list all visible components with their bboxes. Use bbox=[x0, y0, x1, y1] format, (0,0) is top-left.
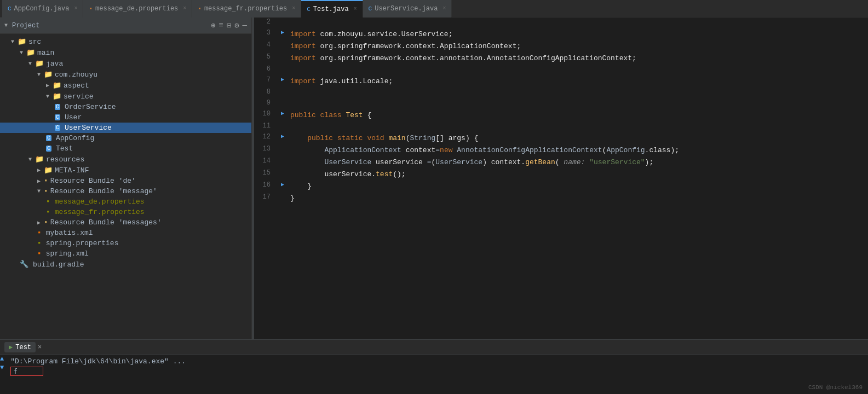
folder-icon-meta-inf: 📁 bbox=[44, 166, 53, 175]
tab-appconfig[interactable]: C AppConfig.java × bbox=[2, 0, 83, 18]
folder-icon-service: 📁 bbox=[53, 92, 61, 101]
code-line-2: 2 bbox=[254, 18, 868, 28]
props-icon-message-de: ▪ bbox=[46, 198, 50, 206]
tree-item-message-fr[interactable]: ▪ message_fr.properties bbox=[0, 207, 251, 217]
code-line-15: 15 userService.test(); bbox=[254, 169, 868, 181]
tab-close-message-fr[interactable]: × bbox=[292, 5, 295, 11]
run-tab[interactable]: ▶ Test bbox=[4, 342, 36, 352]
tree-item-aspect[interactable]: ▶ 📁 aspect bbox=[0, 80, 251, 91]
xml-icon-mybatis: ▪ bbox=[37, 229, 42, 237]
gradle-icon: 🔧 bbox=[20, 260, 28, 269]
scroll-down-button[interactable]: ▼ bbox=[0, 364, 4, 372]
props-file-icon-2: ▪ bbox=[198, 5, 202, 12]
tree-item-test[interactable]: C Test bbox=[0, 143, 251, 154]
scroll-up-button[interactable]: ▲ bbox=[0, 355, 4, 363]
tree-item-user[interactable]: C User bbox=[0, 112, 251, 123]
class-icon-appconfig: C bbox=[46, 135, 51, 141]
tree-item-meta-inf[interactable]: ▶ 📁 META-INF bbox=[0, 165, 251, 176]
code-editor: 2 3 ▶ import com.zhouyu.service.UserServ… bbox=[254, 18, 868, 339]
run-tab-label: Test bbox=[15, 344, 31, 351]
tree-item-java[interactable]: ▼ 📁 java bbox=[0, 58, 251, 69]
bottom-content-row: ▲ ▼ "D:\Program File\jdk\64\bin\java.exe… bbox=[0, 355, 868, 394]
tab-message-fr[interactable]: ▪ message_fr.properties × bbox=[192, 0, 301, 18]
code-line-14: 14 UserService userService =(UserService… bbox=[254, 157, 868, 169]
project-sidebar: ▼ Project ⊕ ≡ ⊟ ⚙ — ▼ 📁 src ▼ 📁 main bbox=[0, 18, 252, 339]
console-output: "D:\Program File\jdk\64\bin\java.exe" ..… bbox=[6, 355, 868, 394]
tree-item-orderservice[interactable]: C OrderService bbox=[0, 102, 251, 112]
tab-test[interactable]: C Test.java × bbox=[301, 0, 363, 18]
bundle-icon-message: ▪ bbox=[44, 187, 48, 195]
code-line-7: 7 ▶ import java.util.Locale; bbox=[254, 76, 868, 88]
tab-close-appconfig[interactable]: × bbox=[74, 5, 77, 11]
code-line-9: 9 bbox=[254, 99, 868, 109]
run-tab-icon: ▶ bbox=[9, 343, 13, 351]
folder-icon-resources: 📁 bbox=[35, 155, 44, 164]
code-line-4: 4 import org.springframework.context.App… bbox=[254, 40, 868, 53]
tree-item-main[interactable]: ▼ 📁 main bbox=[0, 47, 251, 58]
tree-item-resources[interactable]: ▼ 📁 resources bbox=[0, 154, 251, 165]
tab-close-test[interactable]: × bbox=[354, 6, 357, 12]
bottom-panel: ▶ Test × ▲ ▼ "D:\Program File\jdk\64\bin… bbox=[0, 339, 868, 394]
folder-icon-com-zhouyu: 📁 bbox=[44, 70, 53, 79]
tree-item-spring-props[interactable]: ▪ spring.properties bbox=[0, 238, 251, 248]
project-caret: ▼ bbox=[4, 22, 8, 28]
tree-item-userservice[interactable]: C UserService bbox=[0, 123, 251, 133]
tree-item-mybatis[interactable]: ▪ mybatis.xml bbox=[0, 228, 251, 238]
userservice-file-icon: C bbox=[369, 5, 372, 12]
props-icon-message-fr: ▪ bbox=[46, 208, 50, 216]
xml-icon-spring: ▪ bbox=[37, 250, 42, 258]
java-file-icon: C bbox=[8, 5, 12, 12]
tab-close-userservice[interactable]: × bbox=[442, 5, 446, 11]
class-icon-test: C bbox=[46, 146, 51, 152]
settings-icon[interactable]: ⚙ bbox=[234, 21, 239, 30]
tree-item-bundle-message[interactable]: ▼ ▪ Resource Bundle 'message' bbox=[0, 186, 251, 196]
tree-item-spring-xml[interactable]: ▪ spring.xml bbox=[0, 248, 251, 259]
tree-item-bundle-de[interactable]: ▶ ▪ Resource Bundle 'de' bbox=[0, 176, 251, 186]
tab-message-de[interactable]: ▪ message_de.properties × bbox=[83, 0, 192, 18]
close-run-tab[interactable]: × bbox=[38, 344, 42, 351]
project-tree: ▼ 📁 src ▼ 📁 main ▼ 📁 java ▼ 📁 com.zhouyu bbox=[0, 34, 251, 339]
code-area[interactable]: 2 3 ▶ import com.zhouyu.service.UserServ… bbox=[254, 18, 868, 339]
bundle-icon-messages: ▪ bbox=[44, 218, 48, 227]
folder-icon-java: 📁 bbox=[35, 59, 44, 68]
tab-bar: C AppConfig.java × ▪ message_de.properti… bbox=[0, 0, 868, 18]
props-icon-spring: ▪ bbox=[37, 239, 42, 247]
bundle-icon-de: ▪ bbox=[44, 177, 48, 185]
tree-item-src[interactable]: ▼ 📁 src bbox=[0, 36, 251, 47]
tree-item-build-gradle[interactable]: 🔧 build.gradle bbox=[0, 259, 251, 270]
run-command-text: "D:\Program File\jdk\64\bin\java.exe" ..… bbox=[10, 357, 186, 366]
watermark: CSDN @nickel369 bbox=[808, 384, 863, 391]
folder-icon-aspect: 📁 bbox=[53, 81, 61, 90]
tree-item-message-de[interactable]: ▪ message_de.properties bbox=[0, 196, 251, 207]
console-input[interactable] bbox=[10, 367, 43, 376]
folder-icon-main: 📁 bbox=[26, 48, 35, 57]
tab-userservice[interactable]: C UserService.java × bbox=[363, 0, 452, 18]
tree-item-bundle-messages[interactable]: ▶ ▪ Resource Bundle 'messages' bbox=[0, 217, 251, 228]
locate-file-icon[interactable]: ⊕ bbox=[211, 21, 215, 30]
code-line-3: 3 ▶ import com.zhouyu.service.UserServic… bbox=[254, 28, 868, 40]
props-file-icon: ▪ bbox=[89, 5, 93, 12]
minimize-sidebar-icon[interactable]: — bbox=[243, 21, 247, 30]
tab-close-message-de[interactable]: × bbox=[183, 5, 186, 11]
run-command-line: "D:\Program File\jdk\64\bin\java.exe" ..… bbox=[10, 357, 864, 366]
expand-icon[interactable]: ⊟ bbox=[227, 21, 231, 30]
class-icon-userservice: C bbox=[55, 125, 60, 131]
console-input-line bbox=[10, 367, 864, 376]
test-file-icon: C bbox=[307, 6, 311, 13]
collapse-all-icon[interactable]: ≡ bbox=[219, 21, 223, 30]
run-arrows: ▲ ▼ bbox=[0, 355, 6, 394]
code-line-17: 17 } bbox=[254, 193, 868, 205]
code-line-11: 11 bbox=[254, 121, 868, 132]
sidebar-actions: ⊕ ≡ ⊟ ⚙ — bbox=[211, 21, 247, 30]
folder-icon-src: 📁 bbox=[18, 37, 26, 46]
tree-item-com-zhouyu[interactable]: ▼ 📁 com.zhouyu bbox=[0, 69, 251, 80]
sidebar-header: ▼ Project ⊕ ≡ ⊟ ⚙ — bbox=[0, 18, 251, 34]
code-line-13: 13 ApplicationContext context=new Annota… bbox=[254, 144, 868, 157]
sidebar-title: Project bbox=[12, 22, 208, 30]
tree-item-appconfig[interactable]: C AppConfig bbox=[0, 133, 251, 143]
class-icon-orderservice: C bbox=[55, 104, 60, 110]
code-line-8: 8 bbox=[254, 88, 868, 99]
tree-item-service[interactable]: ▼ 📁 service bbox=[0, 91, 251, 102]
main-layout: ▼ Project ⊕ ≡ ⊟ ⚙ — ▼ 📁 src ▼ 📁 main bbox=[0, 18, 868, 339]
bottom-tab-bar: ▶ Test × bbox=[0, 340, 868, 355]
